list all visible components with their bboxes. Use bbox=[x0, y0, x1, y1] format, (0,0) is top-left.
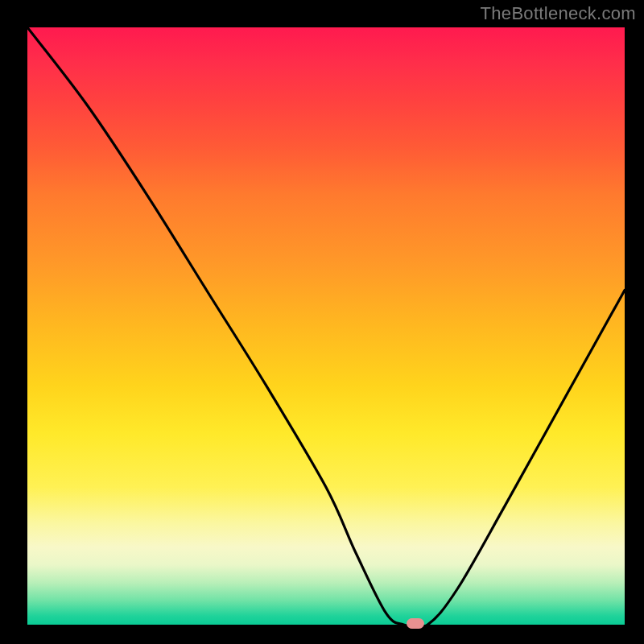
curve-path bbox=[27, 27, 625, 625]
watermark-text: TheBottleneck.com bbox=[481, 3, 636, 24]
bottleneck-curve bbox=[27, 27, 625, 625]
optimal-point-marker bbox=[407, 618, 424, 629]
chart-frame: TheBottleneck.com bbox=[0, 0, 644, 644]
plot-area bbox=[27, 27, 625, 625]
